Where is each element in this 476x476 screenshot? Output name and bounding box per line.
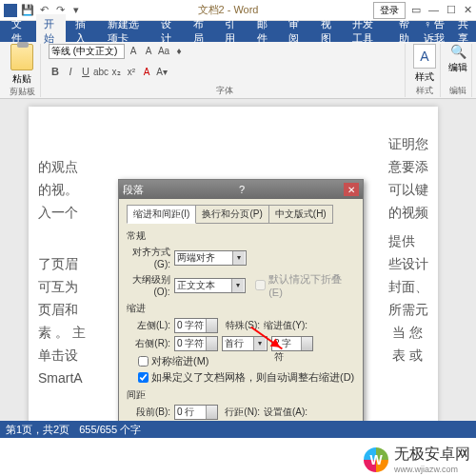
share-button[interactable]: 共享 bbox=[458, 17, 472, 46]
align-select[interactable]: 两端对齐 bbox=[174, 250, 247, 266]
font-color-icon[interactable]: A▾ bbox=[155, 65, 169, 78]
styles-button[interactable]: A 样式 bbox=[413, 44, 436, 84]
underline-icon[interactable]: U bbox=[79, 65, 92, 78]
close-icon[interactable]: ✕ bbox=[464, 4, 472, 16]
status-page[interactable]: 第1页，共2页 bbox=[6, 423, 69, 437]
minimize-icon[interactable]: — bbox=[428, 4, 439, 16]
maximize-icon[interactable]: ☐ bbox=[446, 4, 456, 16]
dialog-close-icon[interactable]: ✕ bbox=[344, 183, 359, 196]
section-spacing: 间距 bbox=[127, 388, 355, 402]
sym-check[interactable] bbox=[138, 356, 149, 367]
find-icon: 🔍 bbox=[450, 44, 466, 59]
dlg-tab-chinese[interactable]: 中文版式(H) bbox=[268, 205, 333, 224]
clear-format-icon[interactable]: ♦ bbox=[172, 45, 186, 58]
highlight-icon[interactable]: A bbox=[140, 65, 153, 78]
tell-me[interactable]: ♀ 告诉我 bbox=[424, 17, 452, 46]
watermark-logo-icon bbox=[364, 447, 388, 472]
bold-icon[interactable]: B bbox=[49, 65, 62, 78]
sub-icon[interactable]: x₂ bbox=[109, 65, 123, 78]
italic-icon[interactable]: I bbox=[64, 65, 77, 78]
dlg-tab-page[interactable]: 换行和分页(P) bbox=[195, 205, 268, 224]
autogrid-check[interactable] bbox=[138, 372, 149, 383]
styles-icon: A bbox=[413, 44, 436, 69]
watermark: 无极安卓网 www.wjiazw.com bbox=[364, 445, 470, 474]
dialog-title: 段落 bbox=[123, 183, 144, 197]
group-font: 字体 bbox=[49, 85, 401, 97]
paragraph-dialog: 段落 ? ✕ 缩进和间距(I) 换行和分页(P) 中文版式(H) 常规 对齐方式… bbox=[118, 179, 364, 423]
shrink-font-icon[interactable]: A bbox=[142, 45, 155, 58]
status-words[interactable]: 655/655 个字 bbox=[79, 423, 141, 437]
editing-button[interactable]: 🔍 编辑 bbox=[448, 44, 467, 74]
section-general: 常规 bbox=[127, 229, 355, 243]
left-indent-spin[interactable]: 0 字符 bbox=[174, 318, 218, 333]
sup-icon[interactable]: x² bbox=[125, 65, 138, 78]
before-spin[interactable]: 0 行 bbox=[174, 405, 218, 420]
strike-icon[interactable]: abc bbox=[94, 65, 108, 78]
change-case-icon[interactable]: Aa bbox=[157, 45, 170, 58]
special-select[interactable]: 首行 bbox=[222, 336, 268, 351]
dialog-help-icon[interactable]: ? bbox=[239, 184, 245, 195]
font-name-select[interactable]: 等线 (中文正文) bbox=[49, 44, 125, 59]
collapse-check bbox=[255, 280, 266, 290]
clipboard-icon bbox=[10, 44, 33, 70]
section-indent: 缩进 bbox=[127, 302, 355, 315]
outline-select[interactable]: 正文文本 bbox=[174, 278, 247, 293]
dlg-tab-indent[interactable]: 缩进和间距(I) bbox=[127, 205, 196, 224]
group-clipboard: 剪贴板 bbox=[8, 86, 36, 98]
right-indent-spin[interactable]: 0 字符 bbox=[174, 336, 218, 351]
grow-font-icon[interactable]: A bbox=[127, 45, 140, 58]
paste-button[interactable]: 粘贴 bbox=[8, 44, 36, 86]
